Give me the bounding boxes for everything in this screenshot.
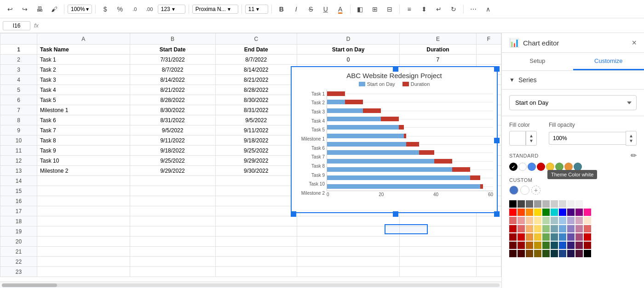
cell-a16[interactable] bbox=[37, 196, 130, 206]
cell-b7[interactable]: 8/30/2022 bbox=[130, 105, 215, 115]
cell-c13[interactable]: 9/30/2022 bbox=[215, 166, 297, 176]
cell-f22[interactable] bbox=[476, 257, 501, 267]
color-cell[interactable] bbox=[518, 225, 525, 232]
cell-d20[interactable] bbox=[297, 237, 399, 247]
rotate-button[interactable]: ↻ bbox=[447, 3, 460, 16]
cell-a20[interactable] bbox=[37, 237, 130, 247]
cell-f1[interactable] bbox=[476, 45, 501, 55]
cell-b1[interactable]: Start Date bbox=[130, 45, 215, 55]
cell-a3[interactable]: Task 2 bbox=[37, 65, 130, 75]
color-cell[interactable] bbox=[584, 250, 591, 257]
cell-c19[interactable] bbox=[215, 226, 297, 237]
row-header[interactable]: 16 bbox=[0, 196, 37, 206]
color-cell[interactable] bbox=[542, 209, 550, 216]
cell-c20[interactable] bbox=[215, 237, 297, 247]
formula-input[interactable] bbox=[42, 22, 641, 29]
valign-button[interactable]: ⬍ bbox=[418, 3, 431, 16]
row-header[interactable]: 17 bbox=[0, 206, 37, 216]
series-section[interactable]: ▼ Series bbox=[502, 71, 644, 90]
borders-button[interactable]: ⊞ bbox=[368, 3, 381, 16]
color-cell[interactable] bbox=[542, 200, 550, 208]
row-header[interactable]: 22 bbox=[0, 257, 37, 267]
cell-a15[interactable] bbox=[37, 186, 130, 196]
cell-f19[interactable] bbox=[476, 226, 501, 237]
row-header[interactable]: 9 bbox=[0, 125, 37, 136]
chart-resize-handle-tm[interactable] bbox=[393, 66, 398, 72]
cell-e22[interactable] bbox=[400, 257, 476, 267]
cell-a10[interactable]: Task 8 bbox=[37, 136, 130, 146]
add-custom-color[interactable]: + bbox=[531, 186, 540, 195]
row-header[interactable]: 8 bbox=[0, 115, 37, 125]
custom-swatch-2[interactable] bbox=[520, 186, 529, 195]
color-cell[interactable] bbox=[575, 225, 583, 232]
color-cell[interactable] bbox=[509, 233, 517, 241]
row-header[interactable]: 23 bbox=[0, 267, 37, 277]
cell-b11[interactable]: 9/18/2022 bbox=[130, 146, 215, 156]
row-header[interactable]: 20 bbox=[0, 237, 37, 247]
bold-button[interactable]: B bbox=[275, 3, 288, 16]
color-cell[interactable] bbox=[575, 233, 583, 241]
color-cell[interactable] bbox=[584, 233, 591, 241]
color-cell[interactable] bbox=[542, 233, 550, 241]
color-cell[interactable] bbox=[575, 217, 583, 224]
paintformat-button[interactable]: 🖌 bbox=[48, 3, 61, 16]
color-cell[interactable] bbox=[526, 225, 533, 232]
cell-b20[interactable] bbox=[130, 237, 215, 247]
chart-resize-handle-mr[interactable] bbox=[494, 138, 500, 143]
row-header[interactable]: 12 bbox=[0, 156, 37, 166]
color-cell[interactable] bbox=[567, 217, 575, 224]
cell-b5[interactable]: 8/21/2022 bbox=[130, 85, 215, 95]
currency-button[interactable]: $ bbox=[99, 3, 112, 16]
row-header[interactable]: 19 bbox=[0, 226, 37, 237]
redo-button[interactable]: ↪ bbox=[18, 3, 31, 16]
custom-swatch-1[interactable] bbox=[509, 186, 518, 195]
color-cell[interactable] bbox=[551, 209, 558, 216]
row-header[interactable]: 2 bbox=[0, 55, 37, 65]
color-cell[interactable] bbox=[542, 250, 550, 257]
cell-c15[interactable] bbox=[215, 186, 297, 196]
color-cell[interactable] bbox=[575, 209, 583, 216]
cell-d2[interactable]: 0 bbox=[297, 55, 399, 65]
color-cell[interactable] bbox=[509, 225, 517, 232]
standard-color-swatch[interactable] bbox=[537, 163, 545, 171]
font-size-selector[interactable]: 11 ▾ bbox=[245, 5, 268, 14]
color-cell[interactable] bbox=[567, 233, 575, 241]
row-header[interactable]: 4 bbox=[0, 75, 37, 85]
color-cell[interactable] bbox=[518, 209, 525, 216]
italic-button[interactable]: I bbox=[290, 3, 303, 16]
cell-b19[interactable] bbox=[130, 226, 215, 237]
row-header[interactable]: 11 bbox=[0, 146, 37, 156]
cell-b22[interactable] bbox=[130, 257, 215, 267]
cell-a1[interactable]: Task Name bbox=[37, 45, 130, 55]
color-cell[interactable] bbox=[534, 250, 541, 257]
tab-customize[interactable]: Customize bbox=[573, 53, 644, 70]
cell-a9[interactable]: Task 7 bbox=[37, 125, 130, 136]
merge-button[interactable]: ⊟ bbox=[383, 3, 396, 16]
cell-e2[interactable]: 7 bbox=[400, 55, 476, 65]
cell-b23[interactable] bbox=[130, 267, 215, 277]
color-cell[interactable] bbox=[584, 217, 591, 224]
cell-b21[interactable] bbox=[130, 247, 215, 257]
cell-f20[interactable] bbox=[476, 237, 501, 247]
cell-a22[interactable] bbox=[37, 257, 130, 267]
chart-overlay[interactable]: ABC Website Redesign Project Start on Da… bbox=[291, 66, 498, 213]
color-cell[interactable] bbox=[567, 242, 575, 249]
cell-b8[interactable]: 8/31/2022 bbox=[130, 115, 215, 125]
color-cell[interactable] bbox=[534, 233, 541, 241]
color-cell[interactable] bbox=[575, 250, 583, 257]
cell-c12[interactable]: 9/29/2022 bbox=[215, 156, 297, 166]
color-cell[interactable] bbox=[509, 209, 517, 216]
color-cell[interactable] bbox=[584, 200, 591, 208]
color-cell[interactable] bbox=[509, 242, 517, 249]
font-selector[interactable]: Proxima N... ▾ bbox=[192, 5, 238, 14]
cell-a11[interactable]: Task 9 bbox=[37, 146, 130, 156]
cell-a13[interactable]: Milestone 2 bbox=[37, 166, 130, 176]
row-header[interactable]: 21 bbox=[0, 247, 37, 257]
selected-cell-i16[interactable] bbox=[385, 224, 428, 234]
cell-a18[interactable] bbox=[37, 216, 130, 226]
color-cell[interactable] bbox=[551, 217, 558, 224]
color-cell[interactable] bbox=[584, 209, 591, 216]
color-cell[interactable] bbox=[551, 250, 558, 257]
cell-e20[interactable] bbox=[400, 237, 476, 247]
cell-a23[interactable] bbox=[37, 267, 130, 277]
